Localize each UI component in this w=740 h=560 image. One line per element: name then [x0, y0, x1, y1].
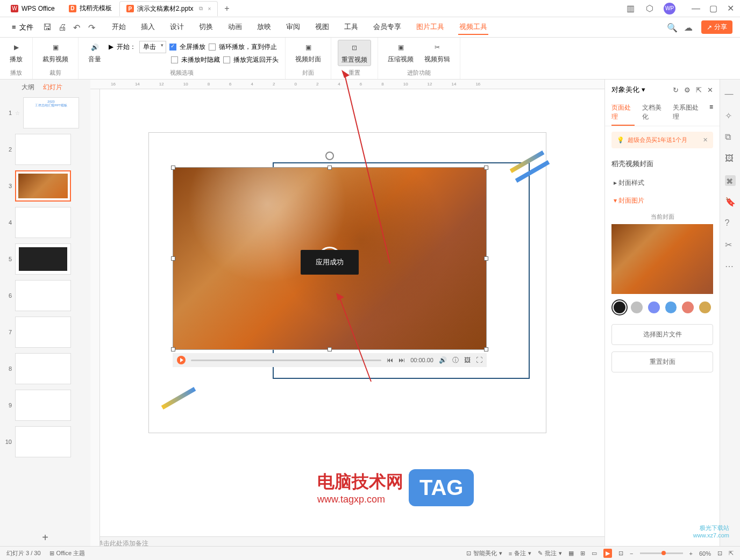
close-panel-icon[interactable]: ✕: [707, 86, 713, 94]
redo-icon[interactable]: ↷: [88, 23, 98, 32]
zoom-in[interactable]: +: [689, 550, 693, 557]
rt-minimize-icon[interactable]: —: [725, 89, 736, 100]
compress-video-button[interactable]: ▣ 压缩视频: [385, 40, 417, 65]
rp-tab-page[interactable]: 页面处理: [611, 100, 635, 126]
crop-video-button[interactable]: ▣ 裁剪视频: [39, 40, 72, 65]
menu-design[interactable]: 设计: [169, 20, 185, 35]
rotate-handle[interactable]: [325, 152, 334, 160]
notes-toggle[interactable]: ≡ 备注 ▾: [509, 549, 531, 557]
vc-info-icon[interactable]: ⓘ: [452, 356, 459, 365]
slide-thumb-3[interactable]: [15, 170, 71, 202]
reset-cover-button[interactable]: 重置封面: [611, 351, 713, 372]
slide-thumb-8[interactable]: [15, 353, 71, 384]
vc-play-button[interactable]: [177, 356, 186, 364]
video-edit-button[interactable]: ✂ 视频剪辑: [421, 40, 453, 65]
slide-thumb-4[interactable]: [15, 207, 71, 238]
view-reading-icon[interactable]: ▭: [592, 550, 597, 557]
resize-handle[interactable]: [484, 256, 488, 261]
view-sorter-icon[interactable]: ⊞: [580, 550, 585, 557]
reset-video-button[interactable]: ⊡ 重置视频: [338, 40, 371, 66]
refresh-icon[interactable]: ↻: [673, 86, 679, 94]
view-more-icon[interactable]: ⊡: [618, 550, 623, 557]
resize-handle[interactable]: [171, 347, 175, 351]
vc-prev-icon[interactable]: ⏮: [387, 356, 393, 364]
zoom-value[interactable]: 60%: [699, 550, 711, 557]
color-blue[interactable]: [665, 301, 677, 313]
menu-transition[interactable]: 切换: [198, 20, 214, 35]
slide-page[interactable]: 应用成功 ⏮ ⏭ 00:00.00 🔊 ⓘ 🖼 ⛶: [148, 132, 546, 433]
print-icon[interactable]: 🖨: [58, 23, 68, 32]
rewind-checkbox[interactable]: [223, 56, 230, 63]
rt-bookmark-icon[interactable]: 🔖: [725, 197, 736, 207]
vc-volume-icon[interactable]: 🔊: [439, 356, 447, 364]
slide-counter[interactable]: 幻灯片 3 / 30: [6, 549, 41, 557]
star-icon[interactable]: ☆: [15, 110, 20, 116]
save-icon[interactable]: 🖫: [43, 23, 53, 32]
rt-help-icon[interactable]: ?: [725, 218, 736, 229]
fullscreen-checkbox[interactable]: [169, 44, 176, 51]
color-purple[interactable]: [648, 301, 660, 313]
minimize-icon[interactable]: —: [691, 3, 701, 14]
play-button[interactable]: ▶ 播放: [6, 40, 26, 65]
close-banner-icon[interactable]: ✕: [703, 137, 708, 143]
rt-star-icon[interactable]: ✧: [725, 111, 736, 121]
slides-list[interactable]: 1☆2023工作总结汇报PPT模板 2 3 4 5 6 7 8 9 10: [0, 95, 90, 526]
view-normal-icon[interactable]: ▦: [568, 550, 574, 557]
copy-icon[interactable]: ⧉: [199, 5, 203, 12]
cloud-icon[interactable]: ☁: [684, 23, 694, 32]
menu-insert[interactable]: 插入: [140, 20, 156, 35]
video-cover-button[interactable]: ▣ 视频封面: [292, 40, 324, 65]
zoom-out[interactable]: −: [630, 550, 633, 557]
tab-document[interactable]: P 演示文稿素材2.pptx ⧉ ×: [119, 1, 218, 16]
close-window-icon[interactable]: ✕: [725, 3, 736, 14]
menu-image-tools[interactable]: 图片工具: [415, 20, 445, 35]
slide-thumb-6[interactable]: [15, 280, 71, 311]
cover-style-item[interactable]: ▸ 封面样式: [605, 174, 720, 192]
resize-handle[interactable]: [328, 347, 332, 351]
slide-thumb-9[interactable]: [15, 390, 71, 421]
resize-handle[interactable]: [171, 256, 175, 261]
hide-checkbox[interactable]: [171, 56, 178, 63]
loop-checkbox[interactable]: [209, 44, 216, 51]
resize-handle[interactable]: [484, 166, 488, 170]
panel-icon[interactable]: ▥: [625, 3, 636, 14]
close-icon[interactable]: ×: [208, 6, 211, 12]
menu-view[interactable]: 视图: [314, 20, 330, 35]
cube-icon[interactable]: ⬡: [644, 3, 655, 14]
rp-menu-icon[interactable]: ≡: [709, 100, 713, 126]
expand-icon[interactable]: ⇱: [729, 550, 734, 557]
rp-tab-doc[interactable]: 文档美化: [642, 100, 665, 126]
color-black[interactable]: [614, 301, 625, 313]
search-icon[interactable]: 🔍: [667, 23, 677, 32]
vc-image-icon[interactable]: 🖼: [464, 356, 471, 364]
panel-title[interactable]: 对象美化 ▾: [611, 85, 668, 95]
vc-progress[interactable]: [191, 360, 381, 361]
fit-icon[interactable]: ⊡: [717, 550, 722, 557]
maximize-icon[interactable]: ▢: [708, 3, 718, 14]
volume-button[interactable]: 🔊 音量: [85, 40, 104, 65]
menu-start[interactable]: 开始: [111, 20, 127, 35]
comments-toggle[interactable]: ✎ 批注 ▾: [538, 549, 562, 557]
menu-animation[interactable]: 动画: [227, 20, 243, 35]
resize-handle[interactable]: [171, 166, 175, 170]
vc-next-icon[interactable]: ⏭: [399, 356, 405, 364]
avatar[interactable]: WP: [664, 3, 675, 15]
smart-beautify[interactable]: ⊡ 智能美化 ▾: [466, 549, 502, 557]
tab-wps-office[interactable]: W WPS Office: [4, 1, 61, 16]
menu-video-tools[interactable]: 视频工具: [458, 20, 488, 35]
menu-slideshow[interactable]: 放映: [256, 20, 272, 35]
slide-thumb-1[interactable]: 2023工作总结汇报PPT模板: [23, 97, 79, 128]
tab-add[interactable]: +: [219, 4, 234, 13]
undo-icon[interactable]: ↶: [73, 23, 83, 32]
share-button[interactable]: ↗ 分享: [701, 20, 732, 34]
pin-icon[interactable]: ⇱: [696, 86, 702, 94]
rt-image-icon[interactable]: 🖼: [725, 154, 736, 164]
resize-handle[interactable]: [484, 347, 488, 351]
start-dropdown[interactable]: 单击: [139, 41, 166, 53]
slide-thumb-7[interactable]: [15, 317, 71, 348]
rt-more-icon[interactable]: ⋯: [725, 261, 736, 272]
color-red[interactable]: [682, 301, 694, 313]
file-menu[interactable]: ≡ 文件: [8, 20, 38, 34]
cover-image-item[interactable]: ▾ 封面图片: [605, 192, 720, 210]
menu-tools[interactable]: 工具: [343, 20, 359, 35]
